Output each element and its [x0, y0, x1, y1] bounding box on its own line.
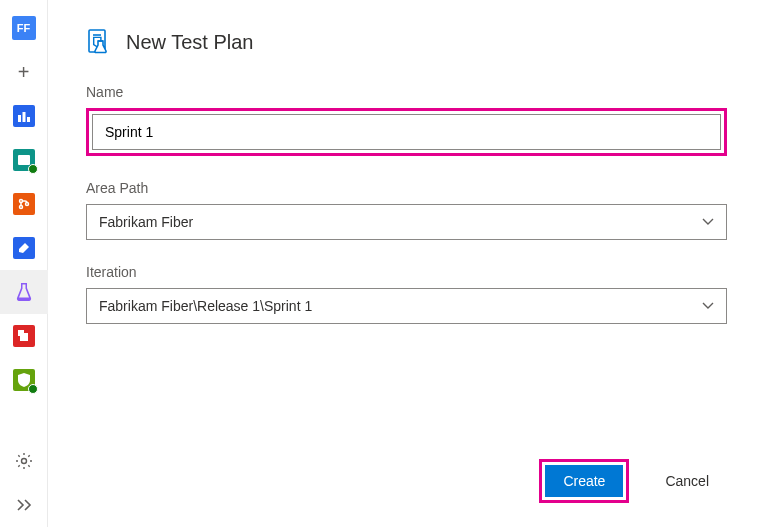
sidebar-boards[interactable] — [0, 138, 48, 182]
sidebar-test-plans[interactable] — [0, 270, 48, 314]
dialog-footer: Create Cancel — [86, 439, 727, 503]
field-iteration: Iteration Fabrikam Fiber\Release 1\Sprin… — [86, 264, 727, 324]
sidebar: FF + — [0, 0, 48, 527]
gear-icon — [15, 452, 33, 470]
svg-point-9 — [21, 459, 26, 464]
page-title: New Test Plan — [126, 31, 253, 54]
svg-point-4 — [19, 200, 22, 203]
cancel-button[interactable]: Cancel — [647, 465, 727, 497]
svg-rect-8 — [18, 330, 24, 336]
main-content: New Test Plan Name Area Path Fabrikam Fi… — [48, 0, 765, 527]
plus-icon: + — [18, 61, 30, 84]
compliance-icon — [13, 369, 35, 391]
svg-rect-2 — [27, 117, 30, 122]
sidebar-add[interactable]: + — [0, 50, 48, 94]
sidebar-artifacts[interactable] — [0, 314, 48, 358]
chevron-double-right-icon — [15, 498, 33, 512]
chevron-down-icon — [702, 218, 714, 226]
name-input[interactable] — [92, 114, 721, 150]
svg-rect-1 — [22, 112, 25, 122]
overview-icon — [13, 105, 35, 127]
iteration-select[interactable]: Fabrikam Fiber\Release 1\Sprint 1 — [86, 288, 727, 324]
field-area-path: Area Path Fabrikam Fiber — [86, 180, 727, 240]
test-plan-header-icon — [86, 28, 112, 56]
project-logo-icon: FF — [12, 16, 36, 40]
sidebar-repos[interactable] — [0, 182, 48, 226]
sidebar-pipelines[interactable] — [0, 226, 48, 270]
create-button[interactable]: Create — [545, 465, 623, 497]
field-name: Name — [86, 84, 727, 156]
page-header: New Test Plan — [86, 28, 727, 56]
repos-icon — [13, 193, 35, 215]
svg-rect-0 — [18, 115, 21, 122]
name-label: Name — [86, 84, 727, 100]
boards-icon — [13, 149, 35, 171]
area-path-label: Area Path — [86, 180, 727, 196]
sidebar-compliance[interactable] — [0, 358, 48, 402]
test-plans-icon — [13, 281, 35, 303]
area-path-select[interactable]: Fabrikam Fiber — [86, 204, 727, 240]
sidebar-project-logo[interactable]: FF — [0, 6, 48, 50]
area-path-value: Fabrikam Fiber — [99, 214, 193, 230]
iteration-label: Iteration — [86, 264, 727, 280]
iteration-value: Fabrikam Fiber\Release 1\Sprint 1 — [99, 298, 312, 314]
artifacts-icon — [13, 325, 35, 347]
svg-rect-3 — [18, 155, 30, 165]
pipelines-icon — [13, 237, 35, 259]
sidebar-expand[interactable] — [0, 483, 48, 527]
sidebar-settings[interactable] — [0, 439, 48, 483]
svg-point-5 — [19, 206, 22, 209]
chevron-down-icon — [702, 302, 714, 310]
sidebar-overview[interactable] — [0, 94, 48, 138]
